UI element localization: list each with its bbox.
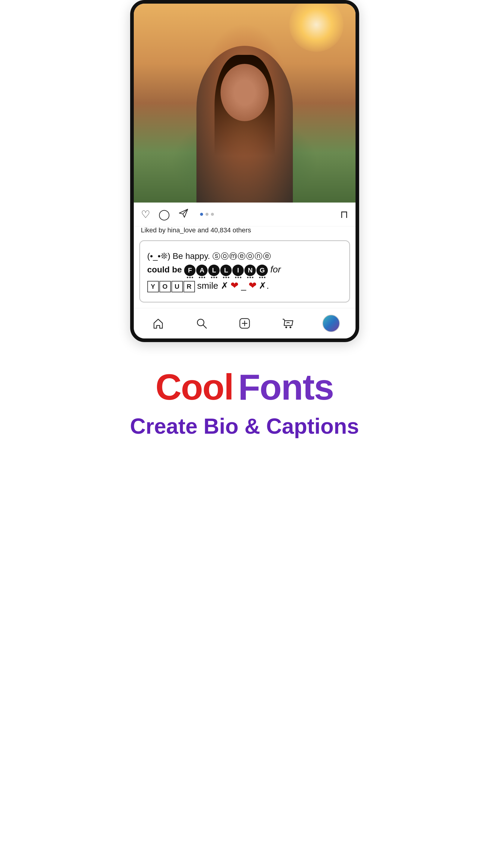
bookmark-icon[interactable]: ⊓ (340, 208, 348, 220)
falling-letters: F A L L I (184, 265, 268, 278)
likes-text: Liked by hina_love and 40,834 others (134, 226, 356, 237)
headline-row: Cool Fonts (156, 366, 333, 408)
dot-3 (211, 213, 214, 216)
phone-frame: ♡ ◯ ⊓ Liked by hina_love and 40,834 othe… (130, 0, 359, 342)
caption-be-happy: Be happy. (173, 251, 213, 261)
nav-search[interactable] (193, 314, 210, 333)
post-image (134, 4, 356, 203)
letter-F: F (184, 265, 196, 278)
caption-cross1: ✗ (221, 281, 228, 290)
nav-shop[interactable] (279, 314, 297, 333)
nav-home[interactable] (149, 314, 167, 333)
svg-point-6 (290, 327, 291, 328)
letter-I: I (232, 265, 244, 278)
caption-cross2: ✗. (259, 281, 269, 290)
person-silhouette (196, 46, 293, 203)
caption-for: for (270, 264, 281, 274)
letter-N: N (244, 265, 256, 278)
caption-could-be: could be (147, 265, 185, 274)
nav-avatar[interactable] (322, 315, 340, 332)
letter-L2: L (220, 265, 232, 278)
caption-someone: ⓢⓞⓜⓔⓞⓝⓔ (213, 252, 271, 261)
caption-smile: smile (197, 281, 221, 290)
svg-line-1 (203, 325, 206, 328)
subheadline: Create Bio & Captions (130, 414, 359, 438)
sun-glow (289, 4, 344, 52)
like-icon[interactable]: ♡ (141, 208, 150, 220)
person-face (221, 64, 269, 121)
caption-text: (•_•❊) Be happy. ⓢⓞⓜⓔⓞⓝⓔ could be F A L (147, 250, 342, 293)
nav-create[interactable] (236, 314, 254, 333)
bottom-nav (134, 308, 356, 338)
action-bar: ♡ ◯ ⊓ (134, 203, 356, 226)
headline-fonts: Fonts (238, 366, 334, 408)
box-U: U (171, 281, 183, 292)
caption-overlay: (•_•❊) Be happy. ⓢⓞⓜⓔⓞⓝⓔ could be F A L (139, 240, 350, 303)
caption-underscore: _ (241, 281, 246, 290)
letter-A: A (196, 265, 207, 278)
comment-icon[interactable]: ◯ (159, 208, 170, 220)
dot-1 (200, 213, 203, 216)
svg-point-5 (285, 327, 287, 328)
carousel-dots (200, 213, 214, 216)
dot-2 (205, 213, 208, 216)
caption-emoticon: (•_•❊) (147, 251, 173, 261)
share-icon[interactable] (178, 208, 189, 221)
letter-L1: L (208, 265, 220, 278)
headline-cool: Cool (156, 366, 233, 408)
your-letters: Y O U R (147, 281, 195, 292)
box-Y: Y (147, 281, 159, 292)
box-O: O (159, 281, 171, 292)
marketing-section: Cool Fonts Create Bio & Captions (0, 342, 489, 469)
red-heart-1: ❤ (230, 280, 239, 291)
box-R: R (184, 281, 195, 292)
red-heart-2: ❤ (249, 280, 257, 291)
letter-G: G (256, 265, 268, 278)
